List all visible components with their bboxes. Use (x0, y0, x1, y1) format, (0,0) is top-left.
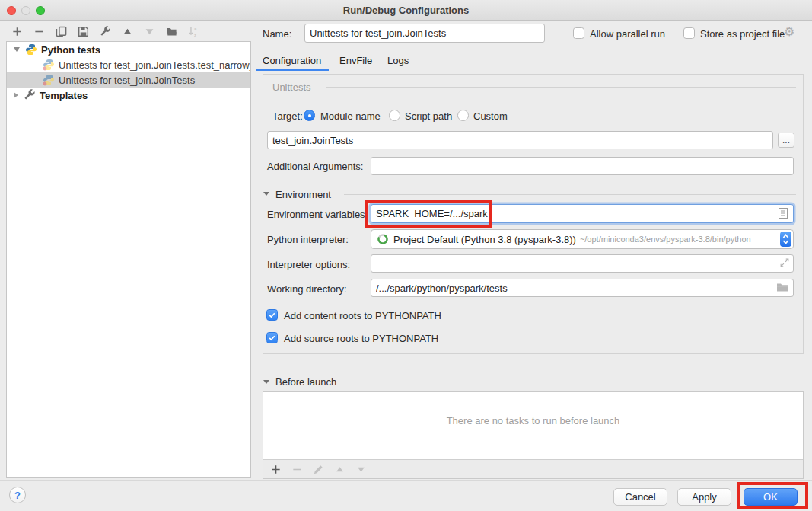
active-tab-underline (256, 69, 329, 71)
interpreter-options-label: Interpreter options: (267, 259, 350, 270)
python-test-icon (43, 59, 55, 71)
tab-envfile[interactable]: EnvFile (339, 55, 372, 66)
allow-parallel-run-checkbox[interactable] (573, 27, 584, 39)
group-title-divider (326, 87, 796, 88)
store-as-project-file-label[interactable]: Store as project file (700, 28, 785, 40)
before-launch-empty-text: There are no tasks to run before launch (263, 415, 803, 426)
target-label: Target: (272, 110, 303, 122)
move-up-icon[interactable] (333, 463, 345, 475)
tree-item-python-tests[interactable]: Python tests (7, 42, 250, 57)
environment-variables-label: Environment variables: (267, 209, 368, 220)
before-launch-section-title[interactable]: Before launch (275, 376, 336, 388)
apply-button[interactable]: Apply (677, 488, 731, 506)
environment-divider (344, 194, 796, 195)
unittests-group-title: Unittests (271, 81, 313, 93)
additional-arguments-label: Additional Arguments: (267, 161, 363, 172)
target-script-path-radio[interactable] (389, 110, 400, 121)
save-icon[interactable] (77, 25, 89, 37)
store-as-project-file-checkbox[interactable] (683, 27, 695, 39)
tab-logs[interactable]: Logs (387, 55, 409, 66)
edit-variables-icon[interactable] (778, 207, 788, 219)
tab-configuration[interactable]: Configuration (263, 55, 321, 66)
tree-item-label: Python tests (41, 44, 100, 56)
svg-text:a: a (193, 26, 196, 31)
edit-defaults-icon[interactable] (99, 25, 111, 37)
name-input[interactable] (304, 24, 545, 43)
run-debug-configurations-dialog: Run/Debug Configurations az Python tests… (0, 0, 812, 511)
sort-alphabetically-icon[interactable]: az (187, 25, 199, 37)
window-title: Run/Debug Configurations (0, 5, 812, 16)
target-module-name-label[interactable]: Module name (320, 110, 381, 122)
move-down-icon[interactable] (143, 25, 155, 37)
expand-field-icon[interactable] (779, 257, 790, 268)
new-folder-icon[interactable] (165, 25, 177, 37)
target-custom-label[interactable]: Custom (473, 110, 508, 122)
remove-icon[interactable] (291, 463, 303, 475)
add-icon[interactable] (269, 463, 282, 475)
configurations-toolbar: az (11, 25, 199, 37)
add-content-roots-label[interactable]: Add content roots to PYTHONPATH (284, 310, 441, 321)
ok-button[interactable]: OK (744, 488, 798, 506)
chevron-down-icon[interactable] (14, 47, 20, 52)
tree-item-unittests-jointests[interactable]: Unittests for test_join.JoinTests (7, 72, 250, 88)
move-up-icon[interactable] (121, 25, 133, 37)
add-content-roots-checkbox[interactable] (266, 309, 278, 321)
check-icon (268, 311, 276, 319)
wrench-icon (24, 89, 36, 101)
additional-arguments-input[interactable] (371, 157, 794, 175)
working-directory-input[interactable] (371, 279, 794, 297)
add-source-roots-label[interactable]: Add source roots to PYTHONPATH (284, 333, 438, 344)
remove-icon[interactable] (33, 25, 45, 37)
python-interpreter-path: ~/opt/miniconda3/envs/pyspark-3.8/bin/py… (580, 235, 751, 244)
tree-item-label: Unittests for test_join.JoinTests (59, 75, 195, 86)
tree-item-unittests-test-narrow[interactable]: Unittests for test_join.JoinTests.test_n… (7, 57, 250, 72)
edit-icon[interactable] (312, 463, 324, 475)
module-name-input[interactable] (267, 131, 773, 149)
before-launch-toolbar (263, 459, 803, 478)
check-icon (268, 334, 276, 342)
allow-parallel-run-label[interactable]: Allow parallel run (590, 28, 665, 40)
add-source-roots-checkbox[interactable] (266, 332, 278, 343)
configurations-tree: Python tests Unittests for test_join.Joi… (6, 41, 251, 478)
move-down-icon[interactable] (355, 463, 367, 475)
tree-item-label: Templates (40, 90, 88, 101)
working-directory-label: Working directory: (267, 283, 347, 295)
target-script-path-label[interactable]: Script path (405, 110, 452, 122)
target-custom-radio[interactable] (457, 110, 469, 121)
chevron-right-icon[interactable] (14, 92, 18, 98)
python-test-icon (43, 74, 55, 86)
environment-collapse-icon[interactable] (263, 192, 269, 196)
python-icon (25, 43, 37, 56)
before-launch-collapse-icon[interactable] (263, 380, 269, 384)
environment-section-title[interactable]: Environment (275, 189, 331, 200)
python-interpreter-label: Python interpreter: (267, 234, 349, 245)
footer-divider (0, 480, 812, 481)
conda-environment-icon (377, 233, 389, 245)
tree-item-templates[interactable]: Templates (7, 88, 250, 103)
title-bar: Run/Debug Configurations (0, 0, 812, 21)
before-launch-divider (350, 382, 804, 382)
python-interpreter-value: Project Default (Python 3.8 (pyspark-3.8… (393, 234, 576, 245)
folder-icon[interactable] (776, 283, 788, 292)
gear-icon[interactable]: ⚙ (784, 26, 794, 38)
add-icon[interactable] (11, 25, 23, 37)
copy-icon[interactable] (55, 25, 67, 37)
help-button[interactable]: ? (9, 487, 26, 503)
cancel-button[interactable]: Cancel (613, 488, 667, 506)
target-module-name-radio[interactable] (304, 110, 315, 121)
combo-stepper-icon[interactable] (780, 232, 791, 247)
interpreter-options-input[interactable] (371, 254, 794, 273)
environment-variables-input[interactable] (371, 204, 794, 223)
svg-text:z: z (193, 31, 196, 37)
browse-button[interactable]: ... (778, 133, 794, 148)
name-label: Name: (263, 28, 291, 40)
python-interpreter-select[interactable]: Project Default (Python 3.8 (pyspark-3.8… (371, 229, 794, 249)
tree-item-label: Unittests for test_join.JoinTests.test_n… (59, 59, 250, 71)
before-launch-tasks-panel: There are no tasks to run before launch (263, 391, 804, 479)
